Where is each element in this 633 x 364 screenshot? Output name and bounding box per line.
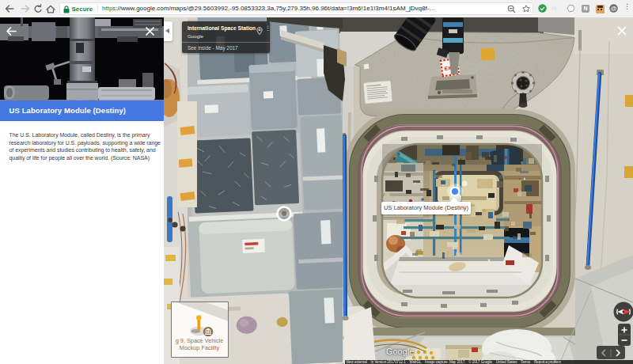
svg-text:@: @ (611, 5, 617, 12)
